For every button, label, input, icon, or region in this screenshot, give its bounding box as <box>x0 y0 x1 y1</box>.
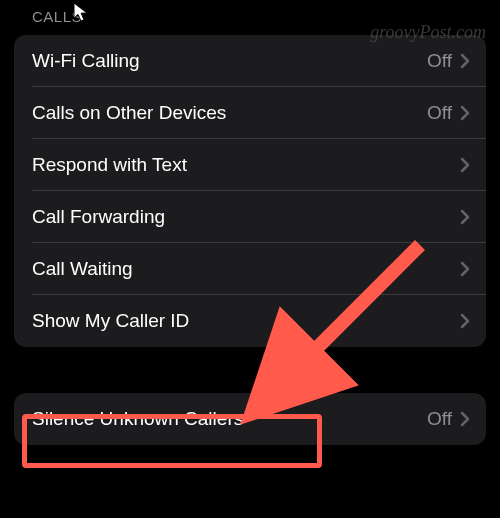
calls-other-devices-row[interactable]: Calls on Other Devices Off <box>14 87 486 139</box>
call-waiting-label: Call Waiting <box>32 258 460 280</box>
call-forwarding-label: Call Forwarding <box>32 206 460 228</box>
chevron-right-icon <box>460 53 470 69</box>
silence-unknown-callers-value: Off <box>427 408 452 430</box>
call-forwarding-row[interactable]: Call Forwarding <box>14 191 486 243</box>
chevron-right-icon <box>460 157 470 173</box>
respond-with-text-row[interactable]: Respond with Text <box>14 139 486 191</box>
silence-settings-group: Silence Unknown Callers Off <box>14 393 486 445</box>
silence-unknown-callers-row[interactable]: Silence Unknown Callers Off <box>14 393 486 445</box>
wifi-calling-value: Off <box>427 50 452 72</box>
wifi-calling-row[interactable]: Wi-Fi Calling Off <box>14 35 486 87</box>
chevron-right-icon <box>460 313 470 329</box>
show-my-caller-id-label: Show My Caller ID <box>32 310 460 332</box>
respond-with-text-label: Respond with Text <box>32 154 460 176</box>
show-my-caller-id-row[interactable]: Show My Caller ID <box>14 295 486 347</box>
calls-settings-group: Wi-Fi Calling Off Calls on Other Devices… <box>14 35 486 347</box>
chevron-right-icon <box>460 411 470 427</box>
chevron-right-icon <box>460 209 470 225</box>
chevron-right-icon <box>460 105 470 121</box>
call-waiting-row[interactable]: Call Waiting <box>14 243 486 295</box>
calls-other-devices-label: Calls on Other Devices <box>32 102 427 124</box>
chevron-right-icon <box>460 261 470 277</box>
calls-other-devices-value: Off <box>427 102 452 124</box>
wifi-calling-label: Wi-Fi Calling <box>32 50 427 72</box>
silence-unknown-callers-label: Silence Unknown Callers <box>32 408 427 430</box>
calls-section-header: CALLS <box>0 0 500 35</box>
